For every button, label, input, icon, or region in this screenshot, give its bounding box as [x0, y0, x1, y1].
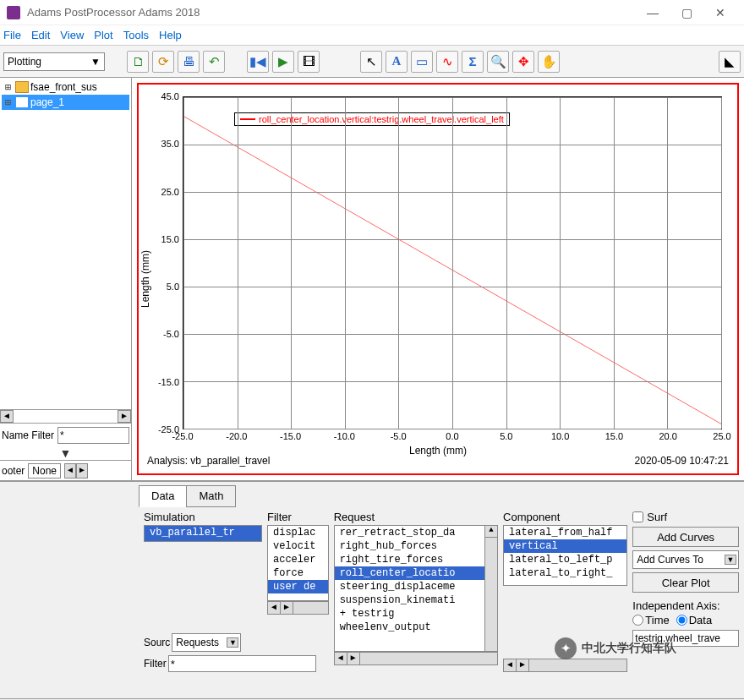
y-axis-label: Length (mm)	[140, 250, 151, 308]
add-curves-button[interactable]: Add Curves	[632, 527, 739, 547]
source-label: Sourc	[144, 637, 170, 648]
radio-data[interactable]: Data	[676, 614, 712, 626]
page-icon	[15, 96, 29, 108]
menu-edit[interactable]: Edit	[31, 29, 50, 41]
minimize-button[interactable]: —	[636, 6, 670, 19]
menu-bar: File Edit View Plot Tools Help	[0, 25, 744, 46]
plot-area[interactable]: Length (mm) -25.0-15.0-5.05.015.025.035.…	[137, 83, 739, 475]
reload-icon[interactable]: ⟳	[152, 51, 174, 73]
tab-data[interactable]: Data	[139, 485, 187, 507]
radio-time[interactable]: Time	[632, 614, 669, 626]
curve-icon[interactable]: ∿	[436, 51, 458, 73]
list-item[interactable]: roll_center_locatio	[335, 566, 497, 580]
expand-icon[interactable]: ⊞	[5, 96, 15, 108]
folder-icon	[15, 81, 29, 93]
play-icon[interactable]: ▶	[272, 51, 294, 73]
surf-checkbox[interactable]	[632, 511, 643, 522]
chevron-down-icon: ▼	[90, 56, 101, 68]
expand-icon[interactable]: ✥	[512, 51, 534, 73]
component-header: Component	[503, 511, 627, 523]
close-button[interactable]: ✕	[703, 6, 737, 19]
component-listbox[interactable]: lateral_from_halfverticallateral_to_left…	[503, 525, 627, 586]
title-bar: Adams PostProcessor Adams 2018 — ▢ ✕	[0, 0, 744, 25]
list-item[interactable]: rer_retract_stop_da	[335, 526, 497, 539]
clear-plot-button[interactable]: Clear Plot	[632, 572, 739, 593]
list-item[interactable]: lateral_to_right_	[504, 566, 626, 580]
source-dropdown[interactable]: Requests▼	[172, 633, 241, 652]
list-item[interactable]: force	[268, 566, 328, 580]
scroll-right-icon[interactable]: ►	[76, 463, 88, 479]
analysis-label: Analysis: vb_parallel_travel	[147, 455, 270, 467]
window-title: Adams PostProcessor Adams 2018	[27, 6, 636, 19]
mode-dropdown-value: Plotting	[8, 56, 41, 68]
component-hscroll[interactable]: ◄►	[503, 659, 627, 672]
list-item[interactable]: suspension_kinemati	[335, 593, 497, 607]
x-ticks: -25.0-20.0-15.0-10.0-5.00.05.010.015.020…	[183, 431, 722, 443]
model-tree[interactable]: ⊞ fsae_front_sus ⊞ page_1	[0, 78, 131, 409]
request-vscroll[interactable]: ▲	[484, 526, 497, 651]
print-icon[interactable]: 🖶	[178, 51, 200, 73]
undo-icon[interactable]: ↶	[203, 51, 225, 73]
timestamp-label: 2020-05-09 10:47:21	[635, 455, 729, 467]
indep-value-field[interactable]: testrig.wheel_trave	[632, 630, 739, 647]
toolbar: Plotting ▼ 🗋 ⟳ 🖶 ↶ ▮◀ ▶ 🎞 ↖ A ▭ ∿ Σ 🔍 ✥ …	[0, 46, 744, 78]
request-listbox[interactable]: rer_retract_stop_daright_hub_forcesright…	[334, 525, 498, 652]
menu-tools[interactable]: Tools	[123, 29, 149, 41]
list-item[interactable]: wheelenv_output	[335, 621, 497, 634]
x-axis-label: Length (mm)	[409, 445, 467, 457]
scroll-left-icon[interactable]: ◄	[64, 463, 76, 479]
list-item[interactable]: lateral_to_left_p	[504, 553, 626, 566]
list-item[interactable]: acceler	[268, 553, 328, 566]
list-item[interactable]: + testrig	[335, 607, 497, 621]
list-item[interactable]: user de	[268, 580, 328, 593]
menu-plot[interactable]: Plot	[94, 29, 112, 41]
name-filter-input[interactable]	[57, 427, 129, 444]
list-item[interactable]: steering_displaceme	[335, 580, 497, 593]
tree-item-fsae[interactable]: ⊞ fsae_front_sus	[2, 79, 129, 95]
new-page-icon[interactable]: 🗋	[127, 51, 149, 73]
name-filter-label: Name Filter	[2, 429, 54, 441]
list-item[interactable]: right_hub_forces	[335, 539, 497, 553]
tab-math[interactable]: Math	[186, 485, 236, 507]
sigma-icon[interactable]: Σ	[462, 51, 484, 73]
app-logo-icon	[7, 6, 20, 19]
footer-label: ooter	[2, 465, 25, 477]
simulation-item[interactable]: vb_parallel_tr	[145, 526, 261, 539]
filter-header: Filter	[267, 511, 329, 523]
zoom-window-icon[interactable]: ▭	[411, 51, 433, 73]
rewind-icon[interactable]: ▮◀	[247, 51, 269, 73]
list-item[interactable]: velocit	[268, 539, 328, 553]
filter-hscroll[interactable]: ◄►	[267, 601, 329, 615]
sidebar: ⊞ fsae_front_sus ⊞ page_1 ◄► Name Filter…	[0, 78, 132, 480]
tree-item-label: page_1	[30, 96, 64, 108]
fit-icon[interactable]: 🔍	[487, 51, 509, 73]
maximize-button[interactable]: ▢	[670, 6, 703, 19]
page-nav-icon[interactable]: ◣	[719, 51, 741, 73]
expand-icon[interactable]: ⊞	[5, 81, 15, 93]
text-icon[interactable]: A	[386, 51, 408, 73]
menu-help[interactable]: Help	[159, 29, 182, 41]
collapse-arrow-icon[interactable]: ▼	[0, 446, 131, 460]
cursor-icon[interactable]: ↖	[360, 51, 382, 73]
surf-label: Surf	[647, 511, 667, 523]
menu-file[interactable]: File	[3, 29, 21, 41]
tree-hscroll[interactable]: ◄►	[0, 409, 131, 423]
chart-grid: roll_center_location.vertical:testrig.wh…	[183, 96, 722, 429]
indep-axis-label: Independent Axis:	[632, 599, 739, 612]
menu-view[interactable]: View	[60, 29, 84, 41]
list-item[interactable]: right_tire_forces	[335, 553, 497, 566]
list-item[interactable]: vertical	[504, 539, 626, 553]
y-ticks: -25.0-15.0-5.05.015.025.035.045.0	[157, 96, 181, 429]
film-icon[interactable]: 🎞	[298, 51, 320, 73]
add-curves-to-dropdown[interactable]: Add Curves To▼	[632, 550, 739, 569]
filter-text-label: Filter	[144, 658, 167, 670]
tree-item-page1[interactable]: ⊞ page_1	[2, 95, 129, 110]
list-item[interactable]: displac	[268, 526, 328, 539]
list-item[interactable]: lateral_from_half	[504, 526, 626, 539]
mode-dropdown[interactable]: Plotting ▼	[3, 52, 105, 71]
hand-icon[interactable]: ✋	[538, 51, 560, 73]
request-hscroll[interactable]: ◄►	[334, 652, 498, 665]
footer-select[interactable]: None	[28, 463, 61, 479]
filter-listbox[interactable]: displacvelocitaccelerforceuser de	[267, 525, 329, 601]
request-header: Request	[334, 511, 498, 523]
